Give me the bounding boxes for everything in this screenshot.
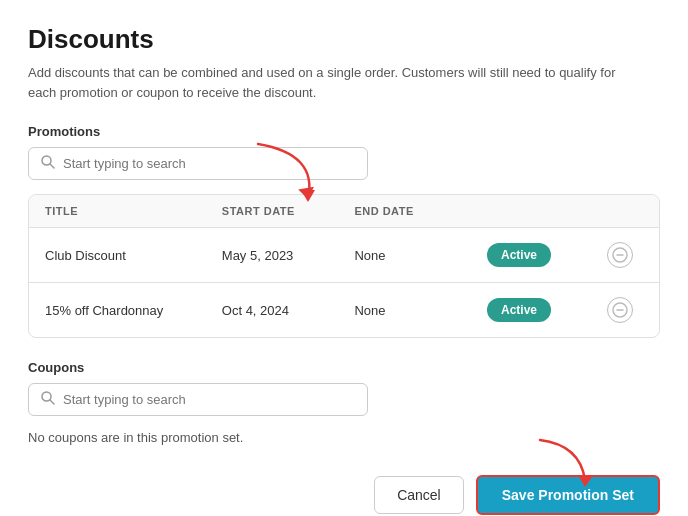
cancel-button[interactable]: Cancel: [374, 476, 464, 514]
remove-row2-button[interactable]: [607, 297, 633, 323]
table-header: TITLE START DATE END DATE: [29, 195, 659, 228]
row2-start-date: Oct 4, 2024: [222, 303, 355, 318]
coupons-label: Coupons: [28, 360, 660, 375]
row2-end-date: None: [354, 303, 487, 318]
col-status: [487, 205, 607, 217]
page-description: Add discounts that can be combined and u…: [28, 63, 628, 102]
footer-actions: Cancel Save Promotion Set: [28, 465, 660, 515]
promotions-table: TITLE START DATE END DATE Club Discount …: [28, 194, 660, 338]
col-title: TITLE: [45, 205, 222, 217]
col-end-date: END DATE: [354, 205, 487, 217]
row1-start-date: May 5, 2023: [222, 248, 355, 263]
status-badge: Active: [487, 298, 551, 322]
search-icon: [41, 155, 55, 172]
svg-line-1: [50, 164, 54, 168]
page-title: Discounts: [28, 24, 660, 55]
row1-remove[interactable]: [607, 242, 643, 268]
row2-status: Active: [487, 298, 607, 322]
col-start-date: START DATE: [222, 205, 355, 217]
row1-end-date: None: [354, 248, 487, 263]
coupons-section: Coupons No coupons are in this promotion…: [28, 360, 660, 445]
row1-status: Active: [487, 243, 607, 267]
coupons-search-box[interactable]: [28, 383, 368, 416]
row2-remove[interactable]: [607, 297, 643, 323]
remove-row1-button[interactable]: [607, 242, 633, 268]
svg-line-8: [50, 400, 54, 404]
row1-title: Club Discount: [45, 248, 222, 263]
save-promotion-set-button[interactable]: Save Promotion Set: [476, 475, 660, 515]
promotions-label: Promotions: [28, 124, 660, 139]
col-actions: [607, 205, 643, 217]
promotions-search-box[interactable]: [28, 147, 368, 180]
table-row: Club Discount May 5, 2023 None Active: [29, 228, 659, 283]
row2-title: 15% off Chardonnay: [45, 303, 222, 318]
promotions-search-input[interactable]: [63, 156, 355, 171]
promotions-section: Promotions TITLE START DATE END DATE: [28, 124, 660, 338]
search-icon: [41, 391, 55, 408]
coupons-search-input[interactable]: [63, 392, 355, 407]
table-row: 15% off Chardonnay Oct 4, 2024 None Acti…: [29, 283, 659, 337]
status-badge: Active: [487, 243, 551, 267]
no-coupons-message: No coupons are in this promotion set.: [28, 430, 660, 445]
